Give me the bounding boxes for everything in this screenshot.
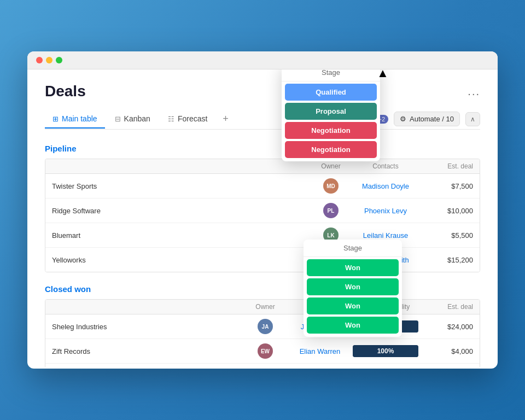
col-deal-header: Est. deal <box>418 303 473 311</box>
page-title: Deals <box>45 83 86 100</box>
kanban-icon: ⊟ <box>115 115 121 123</box>
stage-item-qualified[interactable]: Qualified <box>285 84 377 101</box>
deal-name: Yelloworks <box>52 256 309 264</box>
deal-name: Zift Records <box>52 347 243 355</box>
probability-label: 100% <box>377 347 394 355</box>
deal-name: Sheleg Industries <box>52 323 243 331</box>
table-row: Waissman Gallery SS Sam Spillberg 100% $… <box>45 364 480 367</box>
closed-won-section: Closed won Owner Contacts Close probabil… <box>45 281 480 367</box>
col-deal-header: Est. deal <box>418 162 473 170</box>
tab-main-table[interactable]: ⊞ Main table <box>45 110 105 129</box>
options-menu-button[interactable]: ... <box>468 85 480 98</box>
closed-won-col-headers: Owner Contacts Close probability Est. de… <box>45 300 480 314</box>
deal-name: Bluemart <box>52 231 309 240</box>
col-owner-header: Owner <box>309 162 353 170</box>
deal-amount: $15,200 <box>418 256 473 264</box>
cursor-icon: ▲ <box>377 69 389 79</box>
pipeline-section: Pipeline Owner Contacts Est. deal Twiste… <box>45 141 480 272</box>
contact-link[interactable]: Madison Doyle <box>362 182 409 190</box>
deal-amount: $5,500 <box>418 231 473 240</box>
plus-area: + ▲ Stage Qualified Proposal Negotiation… <box>369 69 468 156</box>
table-row: Twister Sports MD Madison Doyle $7,500 <box>45 174 480 199</box>
maximize-button[interactable] <box>56 57 62 63</box>
table-row: Bluemart LK Leilani Krause $5,500 <box>45 223 480 248</box>
stage-dropdown-header: Stage <box>282 69 380 81</box>
stage-won-item-4[interactable]: Won <box>307 317 399 334</box>
col-name-header <box>52 162 309 170</box>
deal-amount: $24,000 <box>418 323 473 331</box>
stage-won-item-2[interactable]: Won <box>307 278 399 295</box>
tab-main-table-label: Main table <box>62 114 97 123</box>
minimize-button[interactable] <box>46 57 52 63</box>
header-actions: ... <box>468 85 480 98</box>
deal-owner: MD <box>309 178 353 194</box>
close-button[interactable] <box>36 57 43 63</box>
deal-contact[interactable]: Leilani Krause <box>353 230 418 240</box>
contact-link[interactable]: Elian Warren <box>300 347 341 355</box>
stage-item-proposal[interactable]: Proposal <box>285 103 377 120</box>
browser-titlebar <box>27 51 498 69</box>
avatar: MD <box>323 178 339 194</box>
col-owner-header: Owner <box>243 303 287 311</box>
stage-dropdown[interactable]: Stage Qualified Proposal Negotiation Neg… <box>282 69 380 161</box>
deal-amount: $4,000 <box>418 347 473 355</box>
forecast-icon: ☷ <box>168 115 174 123</box>
pipeline-col-headers: Owner Contacts Est. deal <box>45 159 480 174</box>
deal-contact[interactable]: Elian Warren <box>287 346 353 356</box>
main-table-icon: ⊞ <box>52 115 59 123</box>
deal-owner: JA <box>243 319 287 334</box>
deal-owner: PL <box>309 203 353 218</box>
stage-won-item-3[interactable]: Won <box>307 298 399 314</box>
add-tab-button[interactable]: + <box>217 109 234 129</box>
avatar: PL <box>323 203 339 218</box>
pipeline-table: Owner Contacts Est. deal Twister Sports … <box>45 159 480 272</box>
tab-forecast-label: Forecast <box>178 114 207 123</box>
col-name-header <box>52 303 243 311</box>
stage-won-popup: Stage Won Won Won Won <box>304 240 402 337</box>
contact-link[interactable]: Phoenix Levy <box>364 207 407 215</box>
collapse-button[interactable]: ∧ <box>465 112 480 126</box>
pipeline-label: Pipeline <box>45 141 77 156</box>
col-contacts-header: Contacts <box>353 162 418 170</box>
deal-probability: 100% <box>353 345 418 357</box>
avatar: EW <box>258 343 273 359</box>
table-row: Zift Records EW Elian Warren 100% $4,000 <box>45 339 480 364</box>
tab-forecast[interactable]: ☷ Forecast <box>160 110 215 129</box>
table-row: Ridge Software PL Phoenix Levy $10,000 <box>45 199 480 223</box>
deal-owner: EW <box>243 343 287 359</box>
deal-name: Twister Sports <box>52 182 309 190</box>
app-content: Deals ... ⊞ Main table ⊟ Kanban ☷ Foreca… <box>27 69 498 367</box>
stage-won-header: Stage <box>304 240 402 257</box>
table-row: Yelloworks AS Amanda Smith $15,200 <box>45 248 480 272</box>
table-row: Sheleg Industries JA Jamal Ayers 100% $2… <box>45 314 480 339</box>
closed-won-label: Closed won <box>45 281 91 297</box>
probability-bar: 100% <box>353 345 418 357</box>
stage-won-item-1[interactable]: Won <box>307 259 399 276</box>
stage-item-negotiation-2[interactable]: Negotiation <box>285 141 377 158</box>
deal-name: Ridge Software <box>52 207 309 215</box>
deal-contact[interactable]: Madison Doyle <box>353 181 418 191</box>
deal-contact[interactable]: Phoenix Levy <box>353 206 418 215</box>
browser-window: Deals ... ⊞ Main table ⊟ Kanban ☷ Foreca… <box>27 51 498 369</box>
stage-item-negotiation-1[interactable]: Negotiation <box>285 122 377 139</box>
deal-amount: $10,000 <box>418 207 473 215</box>
closed-won-table: Owner Contacts Close probability Est. de… <box>45 299 480 367</box>
avatar: JA <box>258 319 273 334</box>
deal-amount: $7,500 <box>418 182 473 190</box>
closed-won-section-header: Closed won <box>45 281 480 297</box>
tab-kanban[interactable]: ⊟ Kanban <box>107 110 158 129</box>
tab-kanban-label: Kanban <box>124 114 150 123</box>
contact-link[interactable]: Leilani Krause <box>363 231 408 240</box>
